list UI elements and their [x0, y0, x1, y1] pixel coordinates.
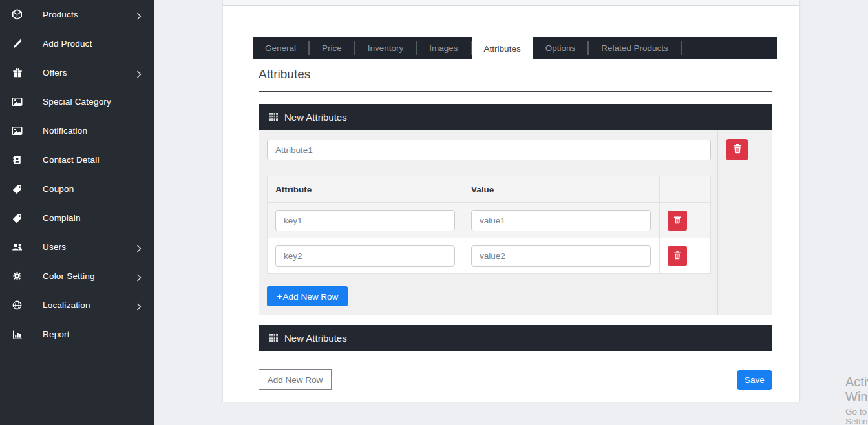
column-header-value: Value: [463, 176, 660, 203]
tab-attributes[interactable]: Attributes: [472, 37, 533, 63]
windows-activation-watermark: Activate Windows Go to Settings to activ…: [845, 375, 868, 425]
cube-icon: [12, 9, 23, 20]
column-header-actions: [659, 176, 710, 203]
app-screen: Products Add Product Offers Special Cate…: [0, 0, 868, 425]
watermark-line1: Activate Windows: [845, 375, 868, 404]
trash-icon: [673, 215, 681, 226]
sidebar-item-label: Notification: [43, 126, 87, 136]
tab-inventory[interactable]: Inventory: [355, 37, 416, 59]
chevron-right-icon: [136, 302, 142, 309]
product-edit-card: General Price Inventory Images Attribute…: [223, 0, 799, 402]
tab-images[interactable]: Images: [417, 37, 470, 59]
sidebar-item-notification[interactable]: Notification: [0, 116, 154, 145]
attribute-key-input[interactable]: [275, 245, 455, 267]
gift-icon: [12, 67, 23, 78]
title-divider: [259, 91, 772, 92]
sidebar-item-label: Complain: [43, 213, 81, 223]
sidebar-item-contact-detail[interactable]: Contact Detail: [0, 145, 154, 174]
sidebar-item-label: Add Product: [43, 39, 92, 48]
sidebar-item-products[interactable]: Products: [0, 0, 154, 29]
table-header-row: Attribute Value: [268, 176, 711, 203]
sidebar-item-special-category[interactable]: Special Category: [0, 87, 154, 116]
delete-row-button[interactable]: [668, 211, 687, 231]
sidebar: Products Add Product Offers Special Cate…: [0, 0, 154, 425]
sidebar-item-label: Special Category: [43, 97, 111, 107]
attributes-table: Attribute Value: [267, 176, 711, 274]
tab-general[interactable]: General: [253, 37, 308, 59]
attribute-key-input[interactable]: [275, 210, 455, 231]
delete-attribute-group-button[interactable]: [726, 139, 748, 160]
plus-icon: +: [277, 291, 282, 302]
sidebar-item-label: Offers: [43, 68, 67, 78]
sidebar-item-label: Contact Detail: [43, 155, 100, 165]
gear-icon: [12, 271, 23, 282]
add-new-row-inner-label: Add New Row: [283, 292, 339, 302]
trash-icon: [733, 143, 742, 156]
attribute-group-header-2[interactable]: New Attributes: [259, 325, 772, 351]
sidebar-item-report[interactable]: Report: [0, 320, 154, 349]
card-top-strip: [223, 0, 799, 6]
column-header-attribute: Attribute: [268, 176, 463, 203]
sidebar-item-users[interactable]: Users: [0, 233, 154, 262]
trash-icon: [673, 251, 681, 262]
sidebar-item-label: Report: [43, 329, 70, 339]
sidebar-item-label: Products: [43, 10, 78, 19]
main-content: General Price Inventory Images Attribute…: [154, 0, 868, 425]
pen-icon: [12, 38, 23, 49]
chevron-right-icon: [136, 244, 142, 251]
table-row: [268, 203, 711, 238]
chevron-right-icon: [136, 69, 142, 77]
watermark-line2: Go to Settings to activate Windows.: [845, 407, 868, 425]
product-tabbar: General Price Inventory Images Attribute…: [253, 37, 777, 59]
table-row: [268, 238, 711, 274]
image-icon: [12, 125, 23, 136]
add-new-row-inner-button[interactable]: +Add New Row: [267, 286, 348, 306]
delete-row-button[interactable]: [668, 246, 687, 266]
attribute-group-title: New Attributes: [284, 333, 347, 344]
page-title: Attributes: [259, 67, 310, 81]
tab-options[interactable]: Options: [533, 37, 588, 59]
sidebar-item-coupon[interactable]: Coupon: [0, 174, 154, 203]
tag-icon: [12, 212, 23, 223]
attribute-group-body: Attribute Value: [259, 130, 772, 315]
tag-icon: [12, 183, 23, 194]
attribute-value-input[interactable]: [471, 210, 651, 231]
attribute-group-header-1[interactable]: New Attributes: [259, 104, 772, 130]
address-book-icon: [12, 154, 23, 165]
sidebar-item-add-product[interactable]: Add Product: [0, 29, 154, 58]
table-grid-icon: [268, 333, 279, 343]
panel-vertical-divider: [717, 130, 718, 315]
tab-separator: [681, 41, 682, 55]
attribute-group-title: New Attributes: [284, 112, 347, 123]
chevron-right-icon: [136, 273, 142, 280]
chevron-right-icon: [136, 11, 142, 19]
sidebar-item-label: Coupon: [43, 184, 74, 194]
tab-price[interactable]: Price: [310, 37, 354, 59]
sidebar-item-complain[interactable]: Complain: [0, 203, 154, 233]
sidebar-item-label: Color Setting: [43, 271, 95, 281]
attribute-group-name-input[interactable]: [267, 140, 711, 160]
sidebar-item-label: Users: [43, 242, 66, 252]
attribute-value-input[interactable]: [471, 245, 651, 267]
table-grid-icon: [268, 112, 279, 122]
save-button[interactable]: Save: [737, 370, 772, 390]
image-icon: [12, 96, 23, 107]
add-new-row-button[interactable]: Add New Row: [259, 369, 332, 390]
tab-related-products[interactable]: Related Products: [589, 37, 681, 59]
users-icon: [12, 242, 23, 253]
globe-icon: [12, 300, 23, 311]
sidebar-item-color-setting[interactable]: Color Setting: [0, 262, 154, 291]
sidebar-item-label: Localization: [43, 300, 90, 310]
sidebar-item-offers[interactable]: Offers: [0, 58, 154, 87]
bar-chart-icon: [12, 329, 23, 340]
sidebar-item-localization[interactable]: Localization: [0, 291, 154, 320]
